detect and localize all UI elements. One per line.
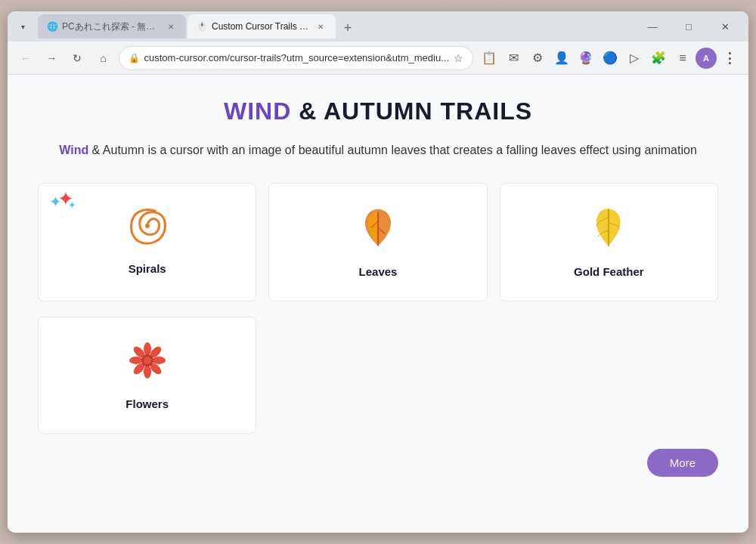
ext-icon-3: ⚙ bbox=[532, 51, 543, 65]
extensions-button-6[interactable]: 🔵 bbox=[599, 47, 621, 70]
spirals-label: Spirals bbox=[129, 262, 166, 275]
extensions-button-8[interactable]: 🧩 bbox=[647, 47, 670, 70]
subtitle-wind-text: Wind bbox=[59, 144, 88, 156]
extensions-button-7[interactable]: ▷ bbox=[623, 47, 646, 70]
more-button-label: More bbox=[670, 456, 696, 469]
toolbar-actions: 📋 ✉ ⚙ 👤 🔮 🔵 ▷ 🧩 ≡ bbox=[478, 47, 741, 70]
ext-icon-6: 🔵 bbox=[603, 51, 618, 65]
svg-point-4 bbox=[144, 342, 151, 356]
extensions-button-5[interactable]: 🔮 bbox=[575, 47, 597, 70]
tab-strip-dropdown[interactable]: ▾ bbox=[14, 14, 32, 39]
window-action-buttons: — □ ✕ bbox=[635, 14, 742, 39]
browser-window: ▾ 🌐 PCあれこれ探索 - 無料で使えるフ... ✕ 🖱️ Custom Cu… bbox=[8, 11, 748, 533]
tab-2-label: Custom Cursor Trails - Custom... bbox=[212, 21, 310, 32]
subtitle: Wind & Autumn is a cursor with an image … bbox=[53, 141, 703, 160]
extensions-button-1[interactable]: 📋 bbox=[478, 47, 500, 70]
card-leaves[interactable]: Leaves bbox=[268, 183, 487, 301]
ext-icon-4: 👤 bbox=[554, 51, 569, 65]
title-bar: ▾ 🌐 PCあれこれ探索 - 無料で使えるフ... ✕ 🖱️ Custom Cu… bbox=[8, 11, 748, 42]
tab-2-close[interactable]: ✕ bbox=[314, 20, 327, 32]
tab-1-close[interactable]: ✕ bbox=[165, 20, 177, 32]
reload-icon: ↻ bbox=[73, 52, 82, 64]
ext-icon-7: ▷ bbox=[630, 51, 639, 65]
ext-icon-2: ✉ bbox=[509, 51, 519, 65]
extensions-overflow[interactable]: ≡ bbox=[671, 47, 694, 70]
tab-1-label: PCあれこれ探索 - 無料で使えるフ... bbox=[62, 20, 160, 33]
leaves-icon bbox=[359, 206, 397, 255]
address-text: custom-cursor.com/cursor-trails?utm_sour… bbox=[144, 52, 450, 63]
ext-icon-8: 🧩 bbox=[651, 51, 666, 65]
profile-button[interactable]: A bbox=[696, 48, 717, 69]
svg-point-0 bbox=[145, 224, 150, 228]
gold-feather-label: Gold Feather bbox=[574, 265, 644, 278]
minimize-button[interactable]: — bbox=[635, 14, 670, 39]
extensions-button-4[interactable]: 👤 bbox=[550, 47, 573, 70]
page-title: WIND & AUTUMN TRAILS bbox=[38, 97, 718, 125]
flowers-label: Flowers bbox=[125, 397, 169, 410]
subtitle-rest-text: & Autumn is a cursor with an image of be… bbox=[88, 144, 697, 156]
tab-1[interactable]: 🌐 PCあれこれ探索 - 無料で使えるフ... ✕ bbox=[38, 14, 186, 39]
cursor-decoration: ✦ ✦ ✦ bbox=[49, 192, 76, 211]
svg-point-6 bbox=[129, 357, 143, 364]
cards-grid-row2: Flowers bbox=[38, 317, 718, 434]
toolbar: ← → ↻ ⌂ 🔒 custom-cursor.com/cursor-trail… bbox=[8, 42, 748, 75]
spirals-icon bbox=[128, 206, 167, 252]
menu-icon: ⋮ bbox=[723, 50, 736, 66]
address-bar[interactable]: 🔒 custom-cursor.com/cursor-trails?utm_so… bbox=[119, 46, 474, 70]
tab-2[interactable]: 🖱️ Custom Cursor Trails - Custom... ✕ bbox=[187, 14, 336, 39]
close-button[interactable]: ✕ bbox=[708, 14, 742, 39]
cards-grid-row1: Spirals Leaves bbox=[38, 183, 718, 301]
profile-icon: A bbox=[703, 54, 709, 63]
back-icon: ← bbox=[20, 52, 31, 64]
extensions-button-2[interactable]: ✉ bbox=[502, 47, 525, 70]
more-button[interactable]: More bbox=[647, 449, 718, 477]
home-button[interactable]: ⌂ bbox=[92, 46, 113, 70]
lock-icon: 🔒 bbox=[129, 53, 140, 63]
reload-button[interactable]: ↻ bbox=[67, 46, 88, 70]
ext-icon-5: 🔮 bbox=[578, 51, 593, 65]
extensions-button-3[interactable]: ⚙ bbox=[526, 47, 549, 70]
sparkle-blue-2: ✦ bbox=[68, 199, 76, 211]
tab-2-favicon: 🖱️ bbox=[197, 21, 207, 32]
forward-icon: → bbox=[46, 52, 57, 64]
restore-button[interactable]: □ bbox=[671, 14, 706, 39]
svg-point-7 bbox=[152, 357, 166, 364]
new-tab-button[interactable]: + bbox=[337, 17, 358, 39]
title-wind: WIND bbox=[224, 97, 291, 125]
flowers-icon bbox=[127, 340, 168, 387]
svg-point-13 bbox=[144, 357, 151, 364]
more-button-area: More bbox=[38, 449, 718, 477]
menu-button[interactable]: ⋮ bbox=[718, 47, 741, 70]
main-content: ✦ ✦ ✦ WIND & AUTUMN TRAILS Wind & Autumn… bbox=[8, 75, 748, 533]
tabs-area: 🌐 PCあれこれ探索 - 無料で使えるフ... ✕ 🖱️ Custom Curs… bbox=[35, 14, 632, 39]
tab-1-favicon: 🌐 bbox=[47, 21, 57, 32]
title-rest: & AUTUMN TRAILS bbox=[291, 97, 532, 125]
bookmark-star-icon[interactable]: ☆ bbox=[454, 52, 463, 64]
card-flowers[interactable]: Flowers bbox=[38, 317, 256, 434]
back-button[interactable]: ← bbox=[15, 46, 36, 70]
card-gold-feather[interactable]: Gold Feather bbox=[500, 183, 718, 301]
home-icon: ⌂ bbox=[100, 52, 106, 64]
svg-point-5 bbox=[144, 365, 151, 379]
overflow-icon: ≡ bbox=[679, 51, 686, 65]
forward-button[interactable]: → bbox=[41, 46, 62, 70]
ext-icon-1: 📋 bbox=[482, 51, 497, 65]
leaves-label: Leaves bbox=[359, 265, 398, 278]
gold-feather-icon bbox=[592, 206, 625, 255]
